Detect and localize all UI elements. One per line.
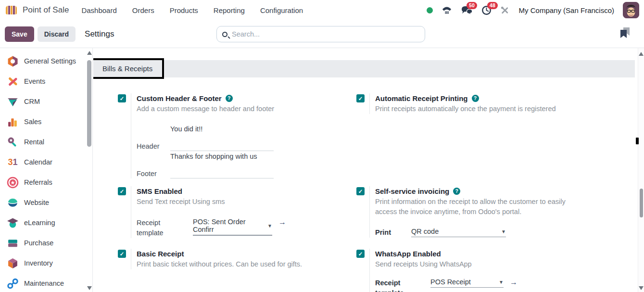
help-icon[interactable]: ? <box>472 95 479 102</box>
messages-icon[interactable]: 50 <box>461 5 473 15</box>
settings-content: Bills & Receipts Custom Header & Footer … <box>93 48 638 292</box>
sidebar-item-general-settings[interactable]: General Settings <box>0 51 92 71</box>
header-field-input[interactable]: You did it!! <box>170 125 274 151</box>
main-scrollbar[interactable] <box>638 48 644 292</box>
company-switcher[interactable]: My Company (San Francisco) <box>519 6 614 14</box>
automatic-receipt-title[interactable]: Automatic Receipt Printing <box>375 93 468 103</box>
setting-whatsapp-enabled: WhatsApp Enabled Send receipts Using Wha… <box>356 249 595 292</box>
print-field-label: Print <box>375 228 411 238</box>
custom-header-footer-desc: Add a custom message to header and foote… <box>137 104 274 114</box>
sidebar-item-elearning[interactable]: eLearning <box>0 213 92 233</box>
search-bar[interactable] <box>216 26 425 42</box>
automatic-receipt-checkbox[interactable] <box>356 94 365 102</box>
sidebar-scroll-down-icon[interactable] <box>87 286 92 290</box>
tools-icon[interactable] <box>500 6 509 15</box>
sidebar-item-sales[interactable]: Sales <box>0 112 92 132</box>
whatsapp-enabled-desc: Send receipts Using WhatsApp <box>375 259 518 269</box>
activities-clock-icon[interactable]: 48 <box>481 5 492 15</box>
automatic-receipt-desc: Print receipts automatically once the pa… <box>375 104 556 114</box>
basic-receipt-checkbox[interactable] <box>118 250 126 258</box>
sidebar-scroll-up-icon[interactable] <box>87 51 92 55</box>
maintenance-icon <box>6 277 19 290</box>
voip-phone-icon[interactable] <box>442 5 452 15</box>
whatsapp-template-internal-link-icon[interactable] <box>510 278 518 287</box>
whatsapp-template-label: Receipt template <box>375 278 414 292</box>
discard-button[interactable]: Discard <box>38 26 76 42</box>
footer-field-label: Footer <box>137 170 170 178</box>
messages-badge: 50 <box>467 2 478 10</box>
main-scroll-thumb[interactable] <box>640 189 643 217</box>
menu-dashboard[interactable]: Dashboard <box>81 6 116 14</box>
calendar-icon <box>6 156 19 169</box>
rental-icon <box>6 136 19 149</box>
dropdown-caret-icon <box>267 223 272 229</box>
main-scroll-down-icon[interactable] <box>639 286 644 290</box>
crm-icon <box>6 95 19 108</box>
sales-icon <box>6 115 19 128</box>
systray: 50 48 My Company (San Francisco) <box>427 2 639 18</box>
custom-header-footer-title[interactable]: Custom Header & Footer <box>137 93 222 103</box>
dropdown-caret-icon <box>499 279 504 285</box>
website-icon <box>6 196 19 209</box>
whatsapp-enabled-title[interactable]: WhatsApp Enabled <box>375 249 441 259</box>
general-settings-icon <box>6 55 19 68</box>
sidebar-item-calendar[interactable]: Calendar <box>0 152 92 172</box>
sidebar-item-maintenance[interactable]: Maintenance <box>0 273 92 292</box>
menu-configuration[interactable]: Configuration <box>260 6 303 14</box>
sidebar-item-purchase[interactable]: Purchase <box>0 233 92 253</box>
search-icon <box>222 32 227 37</box>
purchase-icon <box>6 237 19 250</box>
sidebar-item-events[interactable]: Events <box>0 71 92 91</box>
breadcrumb: Settings <box>85 29 114 39</box>
sidebar-scrollbar[interactable] <box>87 49 92 291</box>
sms-enabled-desc: Send Text receipt Using sms <box>137 197 286 207</box>
sidebar-item-rental[interactable]: Rental <box>0 132 92 152</box>
inventory-icon <box>6 257 19 270</box>
control-panel: Save Discard Settings <box>0 20 644 48</box>
sidebar-item-website[interactable]: Website <box>0 192 92 213</box>
sms-template-internal-link-icon[interactable] <box>278 218 286 227</box>
app-name[interactable]: Point of Sale <box>23 5 69 15</box>
section-title: Bills & Receipts <box>102 64 152 73</box>
settings-sidebar: General Settings Events CRM Sales Rental <box>0 48 93 292</box>
favorites-bookmark-icon[interactable] <box>620 27 630 39</box>
setting-automatic-receipt-printing: Automatic Receipt Printing ? Print recei… <box>356 93 595 186</box>
custom-header-footer-checkbox[interactable] <box>118 94 126 102</box>
header-field-label: Header <box>137 142 170 151</box>
sidebar-item-inventory[interactable]: Inventory <box>0 253 92 273</box>
help-icon[interactable]: ? <box>453 188 460 195</box>
main-scroll-up-icon[interactable] <box>639 52 644 56</box>
sms-enabled-title[interactable]: SMS Enabled <box>137 186 182 196</box>
basic-receipt-title[interactable]: Basic Receipt <box>137 249 184 259</box>
menu-reporting[interactable]: Reporting <box>214 6 245 14</box>
search-input[interactable] <box>232 30 419 38</box>
whatsapp-template-select[interactable]: POS Receipt <box>430 278 504 288</box>
sidebar-scroll-thumb[interactable] <box>87 60 91 147</box>
text-cursor-artifact <box>636 138 639 144</box>
sms-template-select[interactable]: POS: Sent Order Confirr <box>193 218 272 236</box>
setting-sms-enabled: SMS Enabled Send Text receipt Using sms … <box>118 186 356 249</box>
save-button[interactable]: Save <box>5 26 34 42</box>
user-avatar[interactable] <box>623 2 639 18</box>
top-navbar: Point of Sale Dashboard Orders Products … <box>0 0 644 20</box>
section-highlight-box: Bills & Receipts <box>93 58 164 79</box>
self-service-invoicing-checkbox[interactable] <box>356 187 365 195</box>
events-icon <box>6 75 19 88</box>
section-header-band: Bills & Receipts <box>93 60 635 77</box>
help-icon[interactable]: ? <box>226 95 233 102</box>
top-menu: Dashboard Orders Products Reporting Conf… <box>81 6 303 14</box>
setting-self-service-invoicing: Self-service invoicing ? Print informati… <box>356 186 595 249</box>
point-of-sale-app-icon[interactable] <box>6 6 17 14</box>
menu-products[interactable]: Products <box>170 6 198 14</box>
sidebar-item-referrals[interactable]: Referrals <box>0 172 92 192</box>
elearning-icon <box>6 216 19 229</box>
self-service-invoicing-desc: Print information on the receipt to allo… <box>375 197 577 217</box>
sidebar-item-crm[interactable]: CRM <box>0 91 92 112</box>
self-service-invoicing-title[interactable]: Self-service invoicing <box>375 186 449 196</box>
sms-enabled-checkbox[interactable] <box>118 187 126 195</box>
menu-orders[interactable]: Orders <box>132 6 154 14</box>
activities-badge: 48 <box>487 2 498 10</box>
whatsapp-enabled-checkbox[interactable] <box>356 250 365 258</box>
footer-field-input[interactable]: Thanks for shopping with us <box>170 152 274 178</box>
print-select[interactable]: QR code <box>411 228 506 237</box>
